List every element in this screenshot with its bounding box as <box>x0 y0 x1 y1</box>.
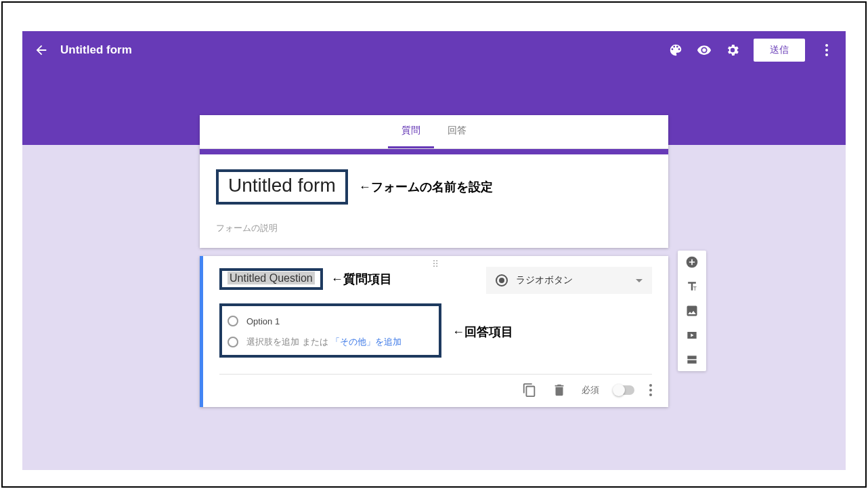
add-title-button[interactable]: T <box>685 279 699 294</box>
app-title[interactable]: Untitled form <box>60 43 668 57</box>
form-title-highlight: Untitled form <box>216 169 348 205</box>
form-title-annotation: ←フォームの名前を設定 <box>359 179 493 195</box>
palette-icon <box>668 43 683 58</box>
tab-responses[interactable]: 回答 <box>434 115 480 148</box>
video-icon <box>685 328 699 342</box>
radio-outline-icon <box>227 316 238 326</box>
question-type-label: ラジオボタン <box>516 274 636 286</box>
option-row[interactable]: Option 1 <box>227 312 433 331</box>
back-button[interactable] <box>33 42 49 58</box>
arrow-left-icon <box>34 43 49 58</box>
tabs: 質問 回答 <box>200 115 668 149</box>
form-description-input[interactable]: フォームの説明 <box>216 222 652 234</box>
option-text[interactable]: Option 1 <box>246 316 280 326</box>
form-title-input[interactable]: Untitled form <box>228 175 336 196</box>
copy-button[interactable] <box>522 383 537 398</box>
question-title-input[interactable]: Untitled Question <box>227 272 315 284</box>
question-type-select[interactable]: ラジオボタン <box>486 267 652 294</box>
add-section-button[interactable] <box>685 352 699 367</box>
or-text: または <box>302 336 328 348</box>
chevron-down-icon <box>636 279 643 282</box>
options-annotation: ←回答項目 <box>452 324 513 340</box>
add-question-button[interactable] <box>685 255 699 270</box>
settings-button[interactable] <box>725 43 740 58</box>
header-bar: Untitled form 送信 <box>22 31 846 69</box>
radio-icon <box>496 274 508 286</box>
question-title-highlight: Untitled Question <box>219 268 323 290</box>
radio-outline-icon <box>227 337 238 347</box>
send-button[interactable]: 送信 <box>754 39 805 62</box>
add-video-button[interactable] <box>685 328 699 343</box>
add-other-button[interactable]: 「その他」を追加 <box>331 336 402 348</box>
palette-button[interactable] <box>668 43 683 58</box>
section-icon <box>685 353 699 366</box>
drag-handle[interactable]: ⠿ <box>432 259 440 270</box>
more-menu-button[interactable] <box>819 44 835 56</box>
tab-questions[interactable]: 質問 <box>388 115 434 148</box>
required-label: 必須 <box>582 384 599 396</box>
image-icon <box>685 304 699 318</box>
delete-button[interactable] <box>552 383 567 398</box>
side-toolbar: T <box>678 251 706 371</box>
text-icon: T <box>685 280 699 293</box>
svg-text:T: T <box>693 285 697 292</box>
options-highlight: Option 1 選択肢を追加 または 「その他」を追加 <box>219 303 441 358</box>
divider <box>219 374 652 375</box>
add-image-button[interactable] <box>685 303 699 318</box>
gear-icon <box>725 43 740 58</box>
plus-circle-icon <box>685 255 699 269</box>
add-option-button[interactable]: 選択肢を追加 <box>246 336 299 348</box>
preview-button[interactable] <box>697 43 712 58</box>
question-title-annotation: ←質問項目 <box>331 271 392 287</box>
question-more-button[interactable] <box>649 384 652 396</box>
eye-icon <box>697 43 712 58</box>
required-toggle[interactable] <box>614 385 634 395</box>
